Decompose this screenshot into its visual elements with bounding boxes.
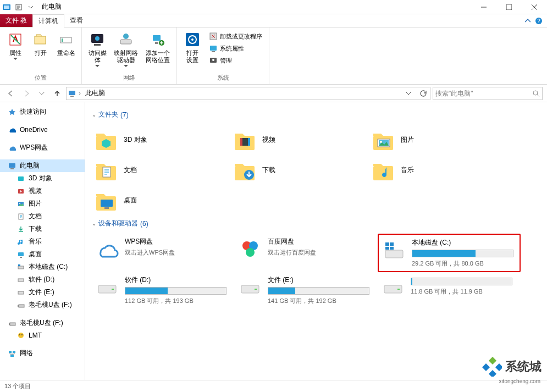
open-button[interactable]: 打开 xyxy=(29,30,53,58)
breadcrumb-thispc[interactable]: 此电脑 xyxy=(83,89,107,98)
address-dropdown-button[interactable] xyxy=(402,87,415,100)
svg-point-25 xyxy=(212,59,214,61)
sidebar-item[interactable]: 文件 (E:) xyxy=(0,286,85,299)
access-media-button[interactable]: 访问媒体 xyxy=(85,30,109,69)
folder-item[interactable]: 音乐 xyxy=(369,155,507,185)
sidebar-usb[interactable]: 老毛桃U盘 (F:) xyxy=(0,317,85,329)
tab-computer[interactable]: 计算机 xyxy=(32,14,64,27)
window-controls xyxy=(471,0,547,14)
folder-item[interactable]: 视频 xyxy=(230,125,369,155)
svg-rect-31 xyxy=(18,176,24,181)
manage-button[interactable]: 管理 xyxy=(207,55,264,66)
recent-button[interactable] xyxy=(35,87,48,100)
ribbon-collapse-icon[interactable] xyxy=(525,18,531,24)
rename-button[interactable]: 重命名 xyxy=(54,30,78,58)
file-tab[interactable]: 文件 教 xyxy=(0,14,32,27)
close-button[interactable] xyxy=(522,0,547,14)
svg-rect-72 xyxy=(385,250,403,258)
chevron-down-icon: ⌄ xyxy=(92,112,96,118)
uninstall-button[interactable]: 卸载或更改程序 xyxy=(207,31,264,42)
content-area[interactable]: ⌄ 文件夹 (7) 3D 对象视频图片文档下载音乐桌面 ⌄ 设备和驱动器 (6)… xyxy=(85,102,547,380)
folder-icon xyxy=(94,189,118,213)
svg-rect-62 xyxy=(103,167,110,177)
refresh-button[interactable] xyxy=(417,87,429,100)
drive-item[interactable]: 11.8 GB 可用，共 11.9 GB xyxy=(378,272,521,308)
system-properties-button[interactable]: 系统属性 xyxy=(207,43,264,54)
sidebar-item[interactable]: 老毛桃U盘 (F:) xyxy=(0,299,85,311)
svg-rect-55 xyxy=(240,138,242,146)
qat-dropdown-icon[interactable] xyxy=(26,3,35,12)
nav-pane[interactable]: 快速访问 OneDrive WPS网盘 此电脑 3D 对象视频图片文档下载音乐桌… xyxy=(0,102,85,380)
item-icon xyxy=(16,288,25,297)
drive-item[interactable]: WPS网盘 双击进入WPS网盘 xyxy=(92,234,235,272)
search-input[interactable] xyxy=(435,90,532,97)
rename-icon xyxy=(57,31,75,48)
network-icon xyxy=(8,349,16,358)
svg-rect-78 xyxy=(112,289,114,290)
svg-rect-83 xyxy=(489,357,496,365)
svg-rect-44 xyxy=(10,323,15,325)
pc-icon xyxy=(8,162,16,170)
sidebar-onedrive[interactable]: OneDrive xyxy=(0,124,85,136)
sidebar-item[interactable]: 3D 对象 xyxy=(0,172,85,185)
maximize-button[interactable] xyxy=(496,0,522,14)
sidebar-wps[interactable]: WPS网盘 xyxy=(0,141,85,154)
folder-item[interactable]: 下载 xyxy=(230,155,369,185)
search-box[interactable] xyxy=(433,87,543,100)
properties-button[interactable]: 属性 xyxy=(3,30,27,62)
svg-point-20 xyxy=(191,38,194,41)
drive-item[interactable]: 文件 (E:) 141 GB 可用，共 192 GB xyxy=(235,272,378,308)
sidebar-item[interactable]: 文档 xyxy=(0,210,85,223)
sidebar-item[interactable]: 视频 xyxy=(0,185,85,197)
sidebar-item[interactable]: 图片 xyxy=(0,197,85,210)
drives-section-header[interactable]: ⌄ 设备和驱动器 (6) xyxy=(92,219,540,228)
forward-button[interactable] xyxy=(20,87,33,100)
folder-item[interactable]: 桌面 xyxy=(92,185,230,216)
svg-point-46 xyxy=(18,333,24,338)
sidebar-network[interactable]: 网络 xyxy=(0,347,85,360)
svg-rect-38 xyxy=(18,266,24,269)
open-settings-button[interactable]: 打开 设置 xyxy=(180,30,205,65)
window-title: 此电脑 xyxy=(42,2,62,12)
sidebar-quick-access[interactable]: 快速访问 xyxy=(0,106,85,118)
help-icon[interactable]: ? xyxy=(535,17,543,25)
back-button[interactable] xyxy=(4,87,18,100)
folder-item[interactable]: 图片 xyxy=(369,125,507,155)
item-icon xyxy=(16,187,25,196)
svg-rect-26 xyxy=(69,91,75,95)
sidebar-item[interactable]: 本地磁盘 (C:) xyxy=(0,261,85,273)
sidebar-this-pc[interactable]: 此电脑 xyxy=(0,159,85,172)
folders-section-header[interactable]: ⌄ 文件夹 (7) xyxy=(92,110,540,119)
folder-item[interactable]: 文档 xyxy=(92,155,230,185)
item-icon xyxy=(16,275,25,284)
sidebar-item[interactable]: 下载 xyxy=(0,223,85,235)
folder-icon xyxy=(371,158,395,183)
svg-rect-12 xyxy=(94,44,101,46)
minimize-button[interactable] xyxy=(471,0,496,14)
svg-rect-27 xyxy=(70,96,74,97)
svg-rect-45 xyxy=(9,323,10,325)
sidebar-item[interactable]: 桌面 xyxy=(0,248,85,261)
sidebar-item[interactable]: 软件 (D:) xyxy=(0,273,85,286)
main: 快速访问 OneDrive WPS网盘 此电脑 3D 对象视频图片文档下载音乐桌… xyxy=(0,102,547,380)
folder-icon xyxy=(233,158,257,183)
drive-item[interactable]: 软件 (D:) 112 GB 可用，共 193 GB xyxy=(92,272,235,308)
drive-item[interactable]: 百度网盘 双击运行百度网盘 xyxy=(235,234,378,272)
tab-view[interactable]: 查看 xyxy=(64,14,89,27)
qat-properties-icon[interactable] xyxy=(14,3,23,12)
uninstall-icon xyxy=(209,32,218,41)
add-network-location-button[interactable]: 添加一个 网络位置 xyxy=(142,30,173,65)
sidebar-lmt[interactable]: LMT xyxy=(0,329,85,341)
drive-item[interactable]: 本地磁盘 (C:) 29.2 GB 可用，共 80.0 GB xyxy=(378,234,521,272)
address-bar[interactable]: › 此电脑 xyxy=(66,87,430,100)
watermark-logo-icon xyxy=(482,357,502,377)
svg-rect-49 xyxy=(9,351,12,353)
svg-point-60 xyxy=(380,141,382,143)
map-drive-button[interactable]: 映射网络 驱动器 xyxy=(110,30,141,69)
up-button[interactable] xyxy=(51,87,64,100)
cloud-icon xyxy=(8,143,16,152)
usage-bar xyxy=(412,250,513,257)
folder-item[interactable]: 3D 对象 xyxy=(92,125,230,155)
sidebar-item[interactable]: 音乐 xyxy=(0,235,85,248)
ribbon-group-location: 属性 打开 重命名 位置 xyxy=(0,27,82,84)
